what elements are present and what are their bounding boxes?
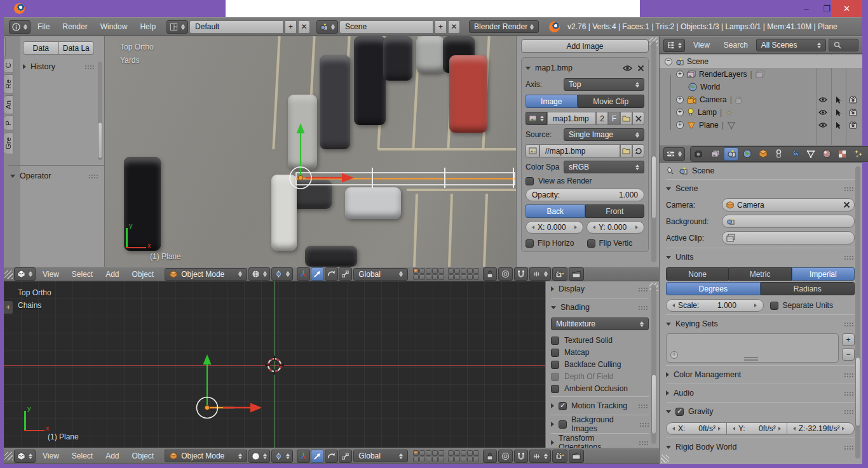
shading-panel-header[interactable]: Shading	[551, 301, 649, 314]
units-degrees-button[interactable]: Degrees	[666, 282, 761, 295]
outliner-search-field[interactable]	[829, 39, 858, 51]
properties-scroll-thumb[interactable]	[855, 357, 860, 427]
scene-background-field[interactable]	[722, 215, 855, 228]
layer-button[interactable]	[426, 457, 431, 462]
scene-add-button[interactable]: +	[435, 20, 447, 34]
outliner-row-plane[interactable]: Plane |	[660, 119, 862, 131]
corner-grip[interactable]	[4, 271, 13, 279]
rotate-manipulator-button[interactable]	[325, 450, 338, 463]
tool-tab-relations[interactable]: Re	[4, 74, 13, 94]
layer-button[interactable]	[438, 457, 444, 462]
browse-file-button[interactable]	[620, 144, 632, 157]
opengl-render-button[interactable]	[552, 450, 567, 463]
layer-button[interactable]	[413, 268, 419, 274]
corner-grip[interactable]	[661, 455, 669, 463]
outliner-filter-dropdown[interactable]: All Scenes	[756, 39, 826, 51]
toolshelf-scrollbar[interactable]	[98, 62, 102, 160]
close-button[interactable]: ✕	[831, 0, 862, 17]
selectable-toggle[interactable]	[835, 109, 841, 117]
scale-manipulator-button[interactable]	[339, 450, 352, 463]
tab-data[interactable]: Data	[23, 41, 59, 55]
unlink-image-button[interactable]	[632, 112, 644, 125]
outliner-row-renderlayers[interactable]: RenderLayers |	[660, 68, 862, 81]
expand-toggle[interactable]	[676, 96, 684, 104]
screen-layout-field[interactable]: Default	[189, 20, 283, 34]
editor-type-button-3dview[interactable]	[14, 450, 36, 463]
tab-scene[interactable]	[724, 147, 738, 161]
pivot-point-dropdown[interactable]	[271, 267, 293, 281]
viewport-shading-dropdown[interactable]	[248, 267, 270, 281]
snap-toggle-button[interactable]	[514, 267, 528, 281]
view-as-render-checkbox[interactable]	[526, 177, 534, 185]
units-imperial-button[interactable]: Imperial	[792, 267, 855, 281]
front-button[interactable]: Front	[585, 204, 645, 218]
manipulator-toggle-button[interactable]	[297, 267, 310, 281]
shading-scroll-thumb[interactable]	[651, 374, 656, 434]
layer-button[interactable]	[454, 268, 460, 274]
panel-grip[interactable]	[85, 65, 95, 69]
menu-object[interactable]: Object	[126, 451, 160, 460]
layer-button[interactable]	[426, 450, 431, 456]
units-radians-button[interactable]: Radians	[761, 282, 855, 295]
transform-orientation-dropdown[interactable]: Global	[353, 450, 408, 462]
layer-button[interactable]	[438, 450, 444, 456]
active-clip-field[interactable]	[722, 231, 855, 244]
mode-dropdown[interactable]: Object Mode	[165, 450, 247, 462]
layer-button[interactable]	[419, 274, 425, 280]
menu-window[interactable]: Window	[95, 22, 133, 31]
image-item-header[interactable]: map1.bmp	[526, 62, 644, 74]
outliner-row-lamp[interactable]: Lamp |	[660, 106, 862, 119]
translate-gizmo-and-plane[interactable]	[105, 36, 516, 267]
layer-button[interactable]	[473, 457, 479, 462]
layer-button[interactable]	[467, 450, 473, 456]
image-datablock-icon-button[interactable]	[526, 112, 547, 125]
translate-manipulator-button[interactable]	[311, 450, 324, 463]
gravity-x-field[interactable]: X:0ft/s²	[666, 422, 727, 435]
pivot-point-dropdown[interactable]	[271, 450, 293, 463]
motion-tracking-checkbox[interactable]	[559, 402, 567, 410]
transform-orientation-dropdown[interactable]: Global	[353, 268, 408, 281]
lock-to-scene-button[interactable]	[483, 450, 497, 463]
scene-icon-button[interactable]	[316, 20, 338, 34]
list-resize-grip[interactable]	[744, 357, 758, 358]
tab-data-la[interactable]: Data La	[59, 41, 95, 55]
keying-set-add-button[interactable]: +	[842, 333, 855, 346]
outliner-row-camera[interactable]: Camera |	[660, 93, 862, 106]
scene-name-field[interactable]: Scene	[339, 20, 433, 34]
layer-button[interactable]	[413, 457, 419, 462]
hide-toggle[interactable]	[818, 109, 827, 116]
tab-particles[interactable]	[851, 147, 865, 161]
menu-file[interactable]: File	[32, 22, 55, 31]
proportional-edit-dropdown[interactable]	[498, 450, 513, 463]
layer-button[interactable]	[448, 457, 454, 462]
editor-type-button-info[interactable]	[9, 20, 31, 34]
scale-manipulator-button[interactable]	[339, 267, 352, 281]
tab-world[interactable]	[740, 147, 754, 161]
panel-grip[interactable]	[88, 174, 99, 178]
layer-button[interactable]	[448, 450, 454, 456]
layer-button[interactable]	[419, 450, 425, 456]
gizmo-x-arrowhead[interactable]	[342, 173, 354, 183]
render-toggle[interactable]	[849, 109, 858, 116]
tab-modifiers[interactable]	[787, 147, 802, 161]
layer-button[interactable]	[473, 274, 479, 280]
image-name-field[interactable]: map1.bmp	[547, 112, 596, 125]
outliner-menu-search[interactable]: Search	[718, 41, 754, 50]
menu-add[interactable]: Add	[100, 270, 125, 279]
offset-y-field[interactable]: Y: 0.000	[587, 221, 644, 234]
layer-button[interactable]	[461, 274, 466, 280]
backface-culling-checkbox[interactable]	[551, 361, 559, 369]
offset-x-field[interactable]: X: 0.000	[526, 221, 583, 234]
tab-render-layers[interactable]	[708, 147, 722, 161]
scene-panel-header[interactable]: Scene	[666, 182, 855, 195]
tool-tab-create[interactable]: C	[4, 58, 13, 73]
layer-button[interactable]	[448, 268, 454, 274]
layer-button[interactable]	[473, 450, 479, 456]
layer-button[interactable]	[461, 450, 466, 456]
fake-user-button[interactable]: F	[608, 112, 620, 125]
reload-image-button[interactable]	[632, 144, 644, 157]
keying-sets-panel-header[interactable]: Keying Sets	[666, 318, 855, 330]
manipulator-toggle-button[interactable]	[297, 450, 310, 463]
color-management-panel-header[interactable]: Color Management	[666, 368, 855, 381]
viewport-bottom-view[interactable]: Top Ortho Chains + yx (1) Plane	[4, 281, 545, 448]
